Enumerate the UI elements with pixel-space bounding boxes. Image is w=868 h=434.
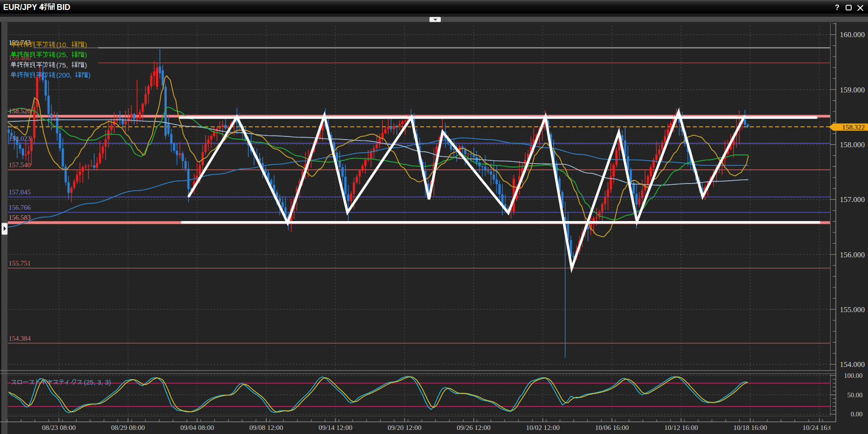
svg-text:BID: BID [57, 3, 70, 12]
svg-text:154.000: 154.000 [840, 360, 865, 369]
svg-text:157.540: 157.540 [9, 161, 31, 169]
svg-text:EUR/JPY 4: EUR/JPY 4 [3, 3, 43, 12]
svg-text:50.00: 50.00 [847, 391, 863, 399]
svg-text:10/06 16:00: 10/06 16:00 [595, 424, 629, 431]
svg-text:(25,: (25, [56, 51, 68, 58]
svg-text:158.023: 158.023 [9, 135, 31, 142]
svg-text:09/08 12:00: 09/08 12:00 [250, 424, 284, 431]
svg-text:155.751: 155.751 [9, 260, 31, 267]
svg-text:): ) [85, 41, 87, 48]
svg-text:09/04 08:00: 09/04 08:00 [180, 424, 214, 431]
svg-text:): ) [85, 61, 87, 69]
svg-text:): ) [85, 51, 87, 58]
svg-text:09/14 12:00: 09/14 12:00 [318, 424, 352, 431]
svg-text:): ) [88, 71, 91, 79]
svg-text:156.583: 156.583 [9, 214, 31, 221]
svg-text:158.520: 158.520 [9, 107, 31, 115]
svg-text:0.00: 0.00 [851, 410, 863, 418]
svg-text:155.000: 155.000 [840, 305, 865, 314]
svg-text:10/18 16:00: 10/18 16:00 [733, 424, 767, 431]
svg-text:(25, 3, 3): (25, 3, 3) [84, 378, 111, 386]
svg-text:156.766: 156.766 [9, 204, 31, 211]
svg-text:(200,: (200, [56, 71, 72, 79]
svg-text:10/12 16:00: 10/12 16:00 [664, 424, 698, 431]
svg-text:154.384: 154.384 [9, 335, 31, 342]
svg-text:08/29 08:00: 08/29 08:00 [111, 424, 145, 431]
svg-text:157.045: 157.045 [9, 188, 31, 196]
svg-text:160.000: 160.000 [840, 30, 865, 39]
svg-text:159.000: 159.000 [840, 86, 865, 94]
svg-text:(10,: (10, [56, 41, 68, 48]
svg-text:(75,: (75, [56, 61, 68, 69]
svg-text:158.322: 158.322 [842, 123, 865, 131]
svg-text:09/20 12:00: 09/20 12:00 [388, 424, 422, 431]
svg-text:10/02 12:00: 10/02 12:00 [526, 424, 560, 431]
svg-text:09/26 12:00: 09/26 12:00 [457, 424, 491, 431]
svg-text:156.000: 156.000 [840, 251, 865, 259]
svg-text:157.000: 157.000 [840, 195, 865, 204]
svg-text:158.000: 158.000 [840, 140, 865, 149]
svg-text:?: ? [835, 4, 839, 11]
svg-text:08/23 08:00: 08/23 08:00 [42, 424, 76, 431]
svg-text:100.00: 100.00 [844, 372, 863, 379]
